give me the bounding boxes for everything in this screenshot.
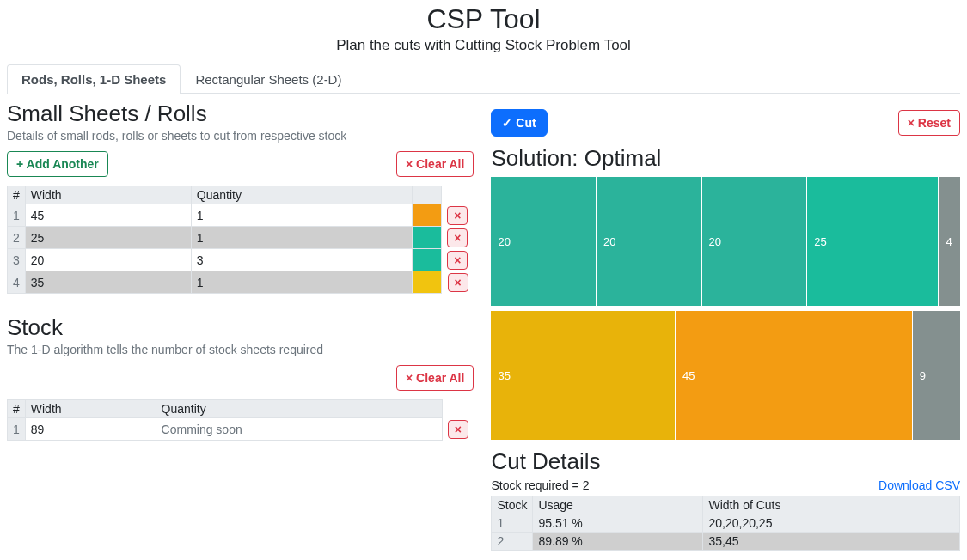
table-row: 289.89 %35,45 (492, 533, 960, 551)
row-idx: 1 (8, 204, 26, 227)
stock-idx: 1 (492, 514, 533, 533)
col-idx: # (8, 186, 26, 204)
col-usage: Usage (533, 496, 703, 514)
col-idx: # (8, 400, 26, 418)
solution-segment: 25 (807, 177, 939, 306)
solution-title: Solution: Optimal (491, 145, 960, 172)
table-row: 2251× (8, 227, 474, 249)
cut-button[interactable]: ✓ Cut (491, 109, 547, 137)
color-swatch (413, 204, 442, 227)
sheets-subtitle: Details of small rods, rolls or sheets t… (7, 129, 474, 143)
color-swatch (413, 227, 442, 249)
usage-cell: 95.51 % (533, 514, 703, 533)
solution-segment: 20 (491, 177, 597, 306)
qty-cell[interactable]: Comming soon (156, 418, 442, 441)
width-cell[interactable]: 20 (25, 249, 191, 271)
color-swatch (413, 271, 442, 294)
solution-segment: 35 (491, 311, 676, 440)
qty-cell[interactable]: 1 (191, 204, 413, 227)
qty-cell[interactable]: 3 (191, 249, 413, 271)
page-subtitle: Plan the cuts with Cutting Stock Problem… (0, 37, 967, 54)
col-action (442, 400, 474, 418)
width-cell[interactable]: 25 (25, 227, 191, 249)
row-idx: 1 (8, 418, 26, 441)
width-cell[interactable]: 45 (25, 204, 191, 227)
col-width: Width (25, 186, 191, 204)
cuts-cell: 35,45 (703, 533, 960, 551)
solution-row: 35459 (491, 311, 960, 440)
solution-chart: 20202025435459 (491, 177, 960, 440)
qty-cell[interactable]: 1 (191, 271, 413, 294)
table-row: 195.51 %20,20,20,25 (492, 514, 960, 533)
solution-segment: 45 (676, 311, 913, 440)
col-qty: Quantity (191, 186, 413, 204)
stock-title: Stock (7, 314, 474, 341)
tab-2d[interactable]: Rectangular Sheets (2-D) (181, 64, 356, 94)
table-row: 189Comming soon× (8, 418, 474, 441)
delete-row-button[interactable]: × (447, 206, 468, 225)
sheets-clear-all-button[interactable]: × Clear All (396, 151, 474, 177)
col-cuts: Width of Cuts (703, 496, 960, 514)
table-row: 3203× (8, 249, 474, 271)
col-color (413, 186, 442, 204)
stock-idx: 2 (492, 533, 533, 551)
usage-cell: 89.89 % (533, 533, 703, 551)
col-width: Width (25, 400, 156, 418)
tabs: Rods, Rolls, 1-D Sheets Rectangular Shee… (7, 64, 960, 94)
table-row: 4351× (8, 271, 474, 294)
col-qty: Quantity (156, 400, 442, 418)
stock-clear-all-button[interactable]: × Clear All (396, 365, 474, 391)
page-title: CSP Tool (0, 3, 967, 35)
row-idx: 4 (8, 271, 26, 294)
col-action (442, 186, 474, 204)
sheets-table: # Width Quantity 1451×2251×3203×4351× (7, 186, 474, 294)
delete-row-button[interactable]: × (448, 273, 468, 292)
stock-table: # Width Quantity 189Comming soon× (7, 399, 474, 441)
cuts-cell: 20,20,20,25 (703, 514, 960, 533)
width-cell[interactable]: 35 (25, 271, 191, 294)
stock-required-label: Stock required = 2 (491, 478, 589, 492)
solution-segment: 20 (702, 177, 808, 306)
cut-details-table: Stock Usage Width of Cuts 195.51 %20,20,… (491, 496, 960, 551)
col-stock: Stock (492, 496, 533, 514)
row-idx: 2 (8, 227, 26, 249)
color-swatch (413, 249, 442, 271)
width-cell[interactable]: 89 (25, 418, 156, 441)
tab-1d[interactable]: Rods, Rolls, 1-D Sheets (7, 64, 181, 94)
delete-row-button[interactable]: × (447, 228, 468, 247)
solution-segment: 4 (939, 177, 960, 306)
reset-button[interactable]: × Reset (898, 110, 960, 136)
table-row: 1451× (8, 204, 474, 227)
row-idx: 3 (8, 249, 26, 271)
solution-segment: 20 (597, 177, 702, 306)
solution-row: 202020254 (491, 177, 960, 306)
add-another-button[interactable]: + Add Another (7, 151, 108, 177)
cutdetails-title: Cut Details (491, 448, 960, 475)
delete-row-button[interactable]: × (447, 251, 468, 270)
stock-subtitle: The 1-D algorithm tells the number of st… (7, 343, 474, 356)
qty-cell[interactable]: 1 (191, 227, 413, 249)
sheets-title: Small Sheets / Rolls (7, 100, 474, 127)
delete-row-button[interactable]: × (448, 420, 468, 439)
solution-segment: 9 (913, 311, 960, 440)
download-csv-link[interactable]: Download CSV (878, 478, 960, 492)
